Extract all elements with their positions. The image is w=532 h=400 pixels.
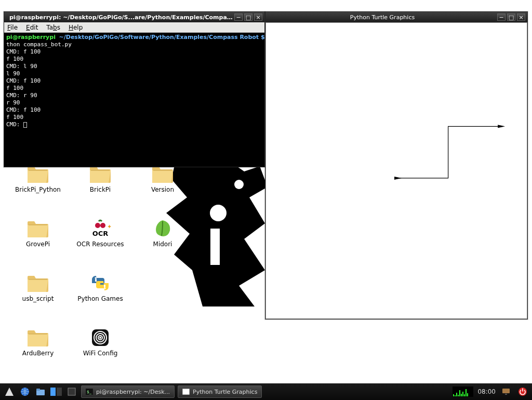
svg-rect-25 — [505, 394, 507, 395]
browser-launcher-icon[interactable] — [19, 385, 31, 398]
ocr-icon: OCR✦ — [89, 218, 112, 239]
show-desktop-button[interactable] — [65, 385, 78, 398]
svg-rect-20 — [68, 388, 75, 395]
svg-text:$_: $_ — [87, 390, 92, 394]
folder-icon — [26, 218, 49, 239]
cpu-graph[interactable] — [453, 386, 473, 397]
folder-icon — [26, 327, 49, 348]
desktop-icon-python-games[interactable]: Python Games — [72, 273, 129, 312]
svg-rect-23 — [182, 389, 190, 395]
turtle-title: Python Turtle Graphics — [268, 14, 497, 21]
svg-point-7 — [95, 277, 97, 279]
file-manager-launcher-icon[interactable] — [34, 385, 47, 398]
menu-help[interactable]: Help — [69, 24, 83, 31]
desktop-icon-label: Midori — [153, 241, 172, 248]
menu-file[interactable]: File — [7, 24, 18, 31]
desktop-icon-label: Version — [151, 186, 174, 193]
menu-edit[interactable]: Edit — [26, 24, 38, 31]
turtle-window: Python Turtle Graphics − □ × — [265, 11, 528, 319]
minimize-button[interactable]: − — [234, 14, 243, 21]
desktop-icon-ocr-resources[interactable]: OCR✦OCR Resources — [72, 218, 129, 257]
svg-rect-19 — [57, 388, 62, 396]
desktop-icon-usb-script[interactable]: usb_script — [9, 273, 66, 312]
svg-marker-14 — [5, 388, 14, 396]
desktop: BrickPi_PythonBrickPiVersionGrovePiOCR✦O… — [0, 0, 532, 383]
desktop-icon-brickpi-python[interactable]: BrickPi_Python — [9, 164, 66, 203]
desktop-icon-label: ArduBerry — [22, 350, 54, 357]
desktop-icon-label: usb_script — [22, 295, 54, 302]
turtle-titlebar[interactable]: Python Turtle Graphics − □ × — [265, 12, 527, 22]
desktop-icon-label: BrickPi — [90, 186, 111, 193]
desktop-icon-label: Python Games — [77, 295, 123, 302]
taskbar-entry-label: Python Turtle Graphics — [193, 389, 257, 395]
workspace-switcher[interactable] — [50, 385, 62, 398]
system-tray: 08:00 — [453, 385, 529, 398]
terminal-window: pi@raspberrypi: ~/Desktop/GoPiGo/S...are… — [4, 11, 265, 167]
svg-rect-18 — [50, 388, 56, 396]
desktop-icon-label: WiFi Config — [83, 350, 118, 357]
taskbar-entry-label: pi@raspberrypi: ~/Desk... — [96, 389, 170, 395]
maximize-button[interactable]: □ — [507, 14, 515, 21]
svg-point-3 — [95, 223, 100, 228]
turtle-path — [396, 126, 500, 178]
close-button[interactable]: × — [517, 14, 525, 21]
folder-icon — [26, 273, 49, 294]
clock[interactable]: 08:00 — [477, 388, 496, 395]
svg-point-8 — [104, 288, 106, 289]
desktop-icon-grovepi[interactable]: GrovePi — [9, 218, 66, 257]
svg-point-13 — [99, 337, 101, 339]
desktop-icon-brickpi[interactable]: BrickPi — [72, 164, 129, 203]
maximize-button[interactable]: □ — [244, 14, 252, 21]
menu-tabs[interactable]: Tabs — [46, 24, 60, 31]
turtle-canvas — [265, 22, 527, 319]
power-button[interactable] — [516, 385, 529, 398]
taskbar-entry-terminal[interactable]: $_ pi@raspberrypi: ~/Desk... — [81, 385, 175, 398]
desktop-icon-label: BrickPi_Python — [15, 186, 61, 193]
turtle-start-arrow — [394, 177, 402, 180]
terminal-menubar: File Edit Tabs Help — [4, 22, 264, 33]
desktop-icon-midori[interactable]: Midori — [134, 218, 191, 257]
taskbar-entry-turtle[interactable]: Python Turtle Graphics — [178, 385, 262, 398]
minimize-button[interactable]: − — [497, 14, 506, 21]
svg-text:✦: ✦ — [107, 223, 112, 230]
close-button[interactable]: × — [254, 14, 262, 21]
start-menu-button[interactable] — [3, 385, 16, 398]
taskbar: $_ pi@raspberrypi: ~/Desk... Python Turt… — [0, 383, 532, 400]
desktop-icon-version[interactable]: Version — [134, 164, 191, 203]
terminal-title: pi@raspberrypi: ~/Desktop/GoPiGo/S...are… — [6, 14, 234, 21]
svg-point-4 — [100, 223, 105, 228]
svg-rect-24 — [502, 389, 510, 393]
wifi-icon — [89, 327, 112, 348]
midori-icon — [151, 218, 174, 239]
svg-text:OCR: OCR — [92, 230, 109, 237]
desktop-icon-arduberry[interactable]: ArduBerry — [9, 327, 66, 366]
terminal-titlebar[interactable]: pi@raspberrypi: ~/Desktop/GoPiGo/S...are… — [4, 12, 264, 22]
svg-rect-17 — [36, 389, 40, 391]
python-icon — [89, 273, 112, 294]
terminal-body[interactable]: pi@raspberrypi ~/Desktop/GoPiGo/Software… — [4, 33, 264, 167]
turtle-arrow-icon — [498, 125, 505, 128]
monitor-icon[interactable] — [500, 385, 512, 398]
desktop-icon-label: GrovePi — [26, 241, 50, 248]
desktop-icon-label: OCR Resources — [76, 241, 124, 248]
desktop-icon-wifi-config[interactable]: WiFi Config — [72, 327, 129, 366]
